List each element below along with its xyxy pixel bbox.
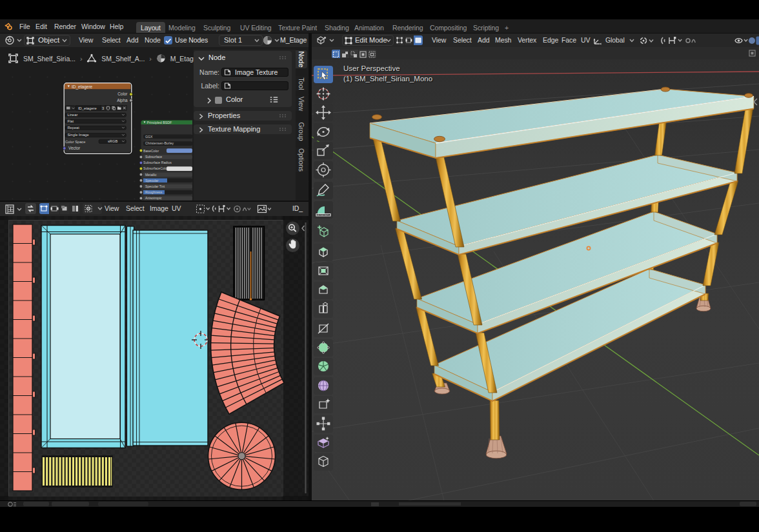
svg-text:Principled BSDF: Principled BSDF xyxy=(147,121,173,124)
svg-text:Single Image: Single Image xyxy=(68,133,89,137)
svg-text:Specular: Specular xyxy=(145,179,159,182)
svg-text:ID_etagere: ID_etagere xyxy=(72,84,93,90)
svg-text:Linear: Linear xyxy=(68,113,78,117)
svg-text:Color Space: Color Space xyxy=(65,140,85,144)
svg-text:Flat: Flat xyxy=(68,119,74,123)
svg-text:Subsurface Radius: Subsurface Radius xyxy=(143,161,172,164)
svg-text:Color: Color xyxy=(117,92,128,96)
svg-text:GGX: GGX xyxy=(145,135,153,139)
svg-text:Roughness: Roughness xyxy=(145,190,163,194)
svg-text:ID_etagere: ID_etagere xyxy=(78,106,97,110)
svg-text:BaseColor: BaseColor xyxy=(143,149,159,153)
svg-text:Repeat: Repeat xyxy=(68,126,80,130)
svg-text:SubsurfaceColo: SubsurfaceColo xyxy=(143,166,167,170)
svg-text:Metallic: Metallic xyxy=(145,173,157,177)
svg-text:Subsurface: Subsurface xyxy=(145,155,162,159)
svg-text:3: 3 xyxy=(102,106,104,110)
svg-text:sRGB: sRGB xyxy=(108,139,117,143)
svg-text:Alpha: Alpha xyxy=(117,98,128,103)
svg-text:Christensen-Burley: Christensen-Burley xyxy=(145,141,174,145)
svg-text:Vector: Vector xyxy=(68,146,81,150)
svg-text:Anisotropic: Anisotropic xyxy=(145,196,162,200)
svg-text:Specular Tint: Specular Tint xyxy=(145,184,165,188)
